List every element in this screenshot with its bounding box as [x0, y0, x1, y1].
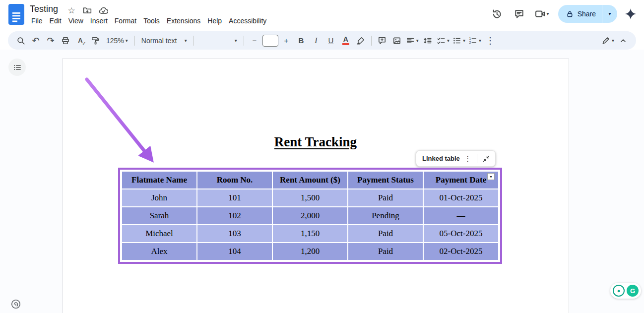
- cell[interactable]: 104: [197, 243, 272, 260]
- share-dropdown-button[interactable]: ▾: [602, 5, 617, 23]
- star-icon[interactable]: ☆: [66, 5, 76, 15]
- cell[interactable]: Michael: [122, 225, 197, 243]
- menu-tools[interactable]: Tools: [140, 16, 163, 26]
- font-family-select[interactable]: ▾: [197, 34, 240, 48]
- chevron-down-icon: ▾: [608, 11, 611, 16]
- menu-insert[interactable]: Insert: [87, 16, 111, 26]
- gemini-sparkle-icon[interactable]: [623, 6, 638, 21]
- share-button[interactable]: Share ▾: [558, 5, 617, 23]
- checklist-select[interactable]: ▾: [436, 34, 451, 48]
- paint-format-icon[interactable]: [88, 34, 102, 48]
- document-page[interactable]: Rent Tracking Linked table ⋮ Flatmate Na…: [62, 59, 569, 313]
- spellcheck-icon[interactable]: A✓: [73, 34, 87, 48]
- cell[interactable]: 103: [197, 225, 272, 243]
- cell[interactable]: Alex: [122, 243, 197, 260]
- print-icon[interactable]: [59, 34, 72, 48]
- linked-table-label: Linked table: [422, 155, 460, 162]
- column-dropdown-button[interactable]: ▾: [487, 173, 495, 180]
- svg-text:1: 1: [469, 36, 471, 40]
- document-canvas: Rent Tracking Linked table ⋮ Flatmate Na…: [0, 50, 644, 313]
- cell[interactable]: 01-Oct-2025: [423, 189, 499, 207]
- google-docs-logo-icon[interactable]: [8, 4, 24, 25]
- meet-call-button[interactable]: ▾: [533, 8, 551, 19]
- chevron-down-icon: ▾: [416, 38, 419, 43]
- cell[interactable]: Paid: [348, 225, 423, 243]
- style-value: Normal text: [141, 37, 177, 45]
- move-folder-icon[interactable]: [82, 5, 92, 15]
- cloud-status-icon[interactable]: [98, 5, 108, 15]
- menu-file[interactable]: File: [28, 16, 46, 26]
- cell[interactable]: 02-Oct-2025: [423, 243, 499, 260]
- align-select[interactable]: ▾: [405, 34, 420, 48]
- bulleted-list-select[interactable]: ▾: [451, 34, 466, 48]
- accessibility-fingerprint-icon[interactable]: [9, 298, 22, 311]
- cell[interactable]: 05-Oct-2025: [423, 225, 499, 243]
- grammarly-icon[interactable]: G: [627, 285, 639, 297]
- paragraph-style-select[interactable]: Normal text ▾: [138, 34, 190, 48]
- italic-button[interactable]: I: [309, 34, 323, 48]
- rent-tracking-table: Flatmate Name Room No. Rent Amount ($) P…: [121, 171, 499, 261]
- font-size-input[interactable]: [262, 35, 278, 47]
- zoom-value: 125%: [106, 37, 124, 45]
- bold-button[interactable]: B: [294, 34, 308, 48]
- share-main[interactable]: Share: [558, 5, 602, 23]
- cell[interactable]: Paid: [348, 189, 423, 207]
- more-options-icon[interactable]: ⋮: [483, 34, 497, 48]
- numbered-list-select[interactable]: 1 2 ▾: [467, 34, 482, 48]
- grammarly-widget: ● G: [610, 283, 641, 299]
- collapse-icon[interactable]: [480, 153, 492, 165]
- table-selection-border[interactable]: Flatmate Name Room No. Rent Amount ($) P…: [118, 168, 502, 264]
- menu-format[interactable]: Format: [111, 16, 140, 26]
- cell[interactable]: 101: [197, 189, 272, 207]
- cell[interactable]: 102: [197, 207, 272, 225]
- cell[interactable]: —: [423, 207, 499, 225]
- chip-more-options-icon[interactable]: ⋮: [462, 153, 474, 165]
- cell[interactable]: 1,150: [272, 225, 348, 243]
- insert-comment-icon[interactable]: [375, 34, 389, 48]
- divider: [193, 36, 194, 46]
- line-spacing-icon[interactable]: [421, 34, 435, 48]
- cell[interactable]: Sarah: [122, 207, 197, 225]
- text-color-letter: A: [342, 36, 349, 45]
- col-header-flatmate[interactable]: Flatmate Name: [122, 171, 197, 189]
- search-menus-icon[interactable]: [14, 34, 28, 48]
- text-color-button[interactable]: A: [339, 34, 353, 48]
- menu-view[interactable]: View: [65, 16, 87, 26]
- menu-extensions[interactable]: Extensions: [163, 16, 204, 26]
- document-outline-button[interactable]: [8, 59, 26, 76]
- menu-help[interactable]: Help: [204, 16, 225, 26]
- lock-icon: [566, 10, 574, 18]
- cell[interactable]: 1,500: [272, 189, 348, 207]
- col-header-rent[interactable]: Rent Amount ($): [272, 171, 348, 189]
- highlight-color-icon[interactable]: [354, 34, 368, 48]
- hide-menus-button[interactable]: [616, 34, 630, 48]
- table-row: Sarah 102 2,000 Pending —: [122, 207, 499, 225]
- menu-edit[interactable]: Edit: [46, 16, 65, 26]
- cell[interactable]: Paid: [348, 243, 423, 260]
- cell[interactable]: 2,000: [272, 207, 348, 225]
- tone-detector-icon[interactable]: ●: [613, 285, 625, 297]
- linked-table-chip: Linked table ⋮: [416, 150, 496, 167]
- font-size-increase-button[interactable]: +: [279, 34, 293, 48]
- cell[interactable]: Pending: [348, 207, 423, 225]
- zoom-select[interactable]: 125% ▾: [103, 34, 131, 48]
- col-header-status[interactable]: Payment Status: [348, 171, 423, 189]
- col-header-room[interactable]: Room No.: [197, 171, 272, 189]
- redo-icon[interactable]: ↷: [44, 34, 58, 48]
- cell[interactable]: John: [122, 189, 197, 207]
- document-heading[interactable]: Rent Tracking: [63, 134, 569, 150]
- comments-icon[interactable]: [510, 4, 529, 23]
- chevron-down-icon: ▾: [126, 38, 128, 43]
- version-history-icon[interactable]: [487, 4, 506, 23]
- insert-image-icon[interactable]: [390, 34, 404, 48]
- undo-icon[interactable]: ↶: [29, 34, 43, 48]
- divider: [134, 36, 135, 46]
- menu-accessibility[interactable]: Accessibility: [225, 16, 270, 26]
- chevron-up-icon: [619, 37, 627, 45]
- formatting-toolbar: ↶ ↷ A✓ 125% ▾ Normal text ▾ ▾ − + B I U …: [8, 31, 636, 50]
- underline-button[interactable]: U: [324, 34, 338, 48]
- document-title[interactable]: Testing: [30, 4, 58, 14]
- editing-mode-select[interactable]: ▾: [600, 34, 615, 48]
- font-size-decrease-button[interactable]: −: [248, 34, 261, 48]
- cell[interactable]: 1,200: [272, 243, 348, 260]
